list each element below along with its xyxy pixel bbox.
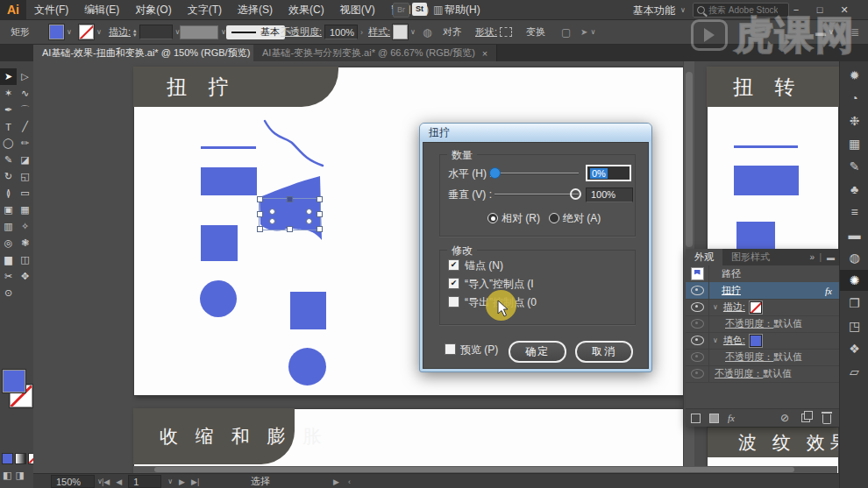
artboard-ripple-header[interactable]: 波 纹 效果: [707, 427, 839, 457]
last-artboard-button[interactable]: ▶|: [191, 477, 199, 486]
collapse-panel-icon[interactable]: »: [809, 252, 815, 262]
draw-normal-icon[interactable]: ◧: [3, 470, 11, 481]
close-button[interactable]: ✕: [836, 0, 853, 19]
blue-circle-2[interactable]: [288, 348, 326, 385]
artboard-tweak-header[interactable]: 扭 拧: [133, 67, 338, 107]
selection-handle[interactable]: [287, 196, 293, 202]
eraser-tool[interactable]: ◪: [17, 152, 33, 168]
opacity-link[interactable]: 不透明度：: [715, 368, 763, 378]
swatches-panel-icon[interactable]: ▦: [840, 133, 868, 154]
anchor-checkbox[interactable]: ✔: [448, 259, 459, 271]
ok-button[interactable]: 确定: [509, 341, 566, 363]
artboard-pucker[interactable]: 收 缩 和 膨 胀: [133, 408, 684, 475]
search-input[interactable]: 搜索 Adobe Stock: [693, 3, 789, 18]
blue-square[interactable]: [201, 225, 238, 261]
selection-handle[interactable]: [317, 196, 323, 202]
blue-square[interactable]: [736, 222, 775, 251]
selection-handle[interactable]: [287, 226, 293, 232]
menu-type[interactable]: 文字(T): [180, 0, 230, 19]
visibility-toggle[interactable]: [686, 282, 709, 299]
tab-graphic-styles[interactable]: 图形样式: [722, 249, 779, 265]
color-button[interactable]: [2, 453, 13, 464]
artboard-twist-header[interactable]: 扭 转: [707, 67, 839, 107]
new-effect-icon[interactable]: fx: [728, 413, 735, 423]
horizontal-slider-handle[interactable]: [489, 167, 501, 179]
expand-icon[interactable]: ∨: [709, 303, 718, 311]
visibility-toggle[interactable]: [686, 332, 709, 349]
slice-tool[interactable]: ✂: [0, 268, 17, 285]
draw-behind-icon[interactable]: ◨: [15, 470, 24, 481]
vertical-slider[interactable]: [494, 194, 579, 195]
mesh-tool[interactable]: ▦: [17, 202, 33, 218]
minimize-button[interactable]: −: [787, 0, 805, 19]
hand-tool[interactable]: ✥: [17, 268, 33, 285]
curvature-tool[interactable]: ⌒: [17, 102, 33, 118]
gradient-button[interactable]: [15, 453, 26, 464]
in-control-checkbox[interactable]: ✔: [448, 278, 459, 289]
menu-effect[interactable]: 效果(C): [281, 0, 332, 19]
preview-checkbox[interactable]: [445, 343, 456, 355]
color-panel-icon[interactable]: ✹: [840, 65, 868, 86]
magic-wand-tool[interactable]: ✶: [0, 85, 17, 102]
maximize-button[interactable]: □: [811, 0, 829, 19]
shape-label[interactable]: 形状:: [475, 25, 497, 39]
direct-selection-tool[interactable]: ▷: [17, 68, 33, 85]
selection-handle[interactable]: [257, 226, 263, 232]
opacity-link[interactable]: 不透明度：: [725, 318, 773, 329]
menu-edit[interactable]: 编辑(E): [76, 0, 127, 19]
artboard-navigation-field[interactable]: 1: [128, 475, 161, 488]
bridge-icon[interactable]: Br: [393, 3, 409, 18]
style-swatch[interactable]: [393, 25, 408, 39]
layout-icon[interactable]: ▥: [433, 4, 443, 16]
stock-icon[interactable]: St: [412, 3, 427, 16]
symbols-panel-icon[interactable]: ♣: [840, 179, 868, 200]
transform-label[interactable]: 变换: [526, 25, 545, 39]
graphic-styles-panel-icon[interactable]: ❐: [840, 293, 868, 314]
chevron-down-icon[interactable]: ∨: [167, 477, 173, 485]
share-icon[interactable]: ⚐: [459, 4, 469, 16]
artboard-pucker-header[interactable]: 收 缩 和 膨 胀: [133, 408, 295, 464]
vertical-scrollbar-thumb[interactable]: [686, 72, 693, 247]
document-setup-icon[interactable]: ◍: [423, 26, 431, 39]
symbol-sprayer-tool[interactable]: ❃: [17, 235, 33, 251]
artboard-tool[interactable]: ◫: [17, 251, 33, 268]
fill-color-indicator[interactable]: [3, 370, 25, 393]
menu-file[interactable]: 文件(F): [26, 0, 76, 19]
document-tab-inactive[interactable]: AI基础-变换与分别变换.ai* @ 66.67% (RGB/预览) ×: [253, 45, 497, 61]
tab-appearance[interactable]: 外观: [686, 249, 722, 265]
horizontal-scrollbar[interactable]: [133, 466, 837, 473]
shape-builder-tool[interactable]: ▣: [0, 202, 17, 218]
eyedropper-tool[interactable]: ✧: [17, 218, 33, 235]
selection-handle[interactable]: [257, 211, 263, 217]
blue-rectangle[interactable]: [734, 166, 799, 195]
blue-square-2[interactable]: [290, 292, 326, 329]
tweak-effect-link[interactable]: 扭拧: [709, 284, 741, 297]
fill-blue-swatch[interactable]: [750, 335, 762, 347]
ellipse-tool[interactable]: ◯: [0, 135, 17, 152]
shaper-tool[interactable]: ✎: [0, 152, 17, 168]
blend-tool[interactable]: ◎: [0, 235, 17, 251]
status-bar-menu-icon[interactable]: ▶: [333, 477, 339, 486]
rotate-tool[interactable]: ↻: [0, 168, 17, 185]
zoom-level-field[interactable]: 150%: [51, 475, 95, 488]
zoom-tool[interactable]: ⊙: [0, 285, 17, 301]
stroke-none-swatch[interactable]: [750, 301, 762, 314]
selection-handle[interactable]: [317, 211, 323, 217]
shape-properties-icon[interactable]: [500, 27, 512, 37]
opacity-link[interactable]: 不透明度：: [725, 351, 773, 362]
width-profile-dropdown[interactable]: [180, 25, 218, 39]
duplicate-item-icon[interactable]: [801, 414, 810, 422]
graph-tool[interactable]: ▆: [0, 251, 17, 268]
blue-line[interactable]: [734, 145, 798, 148]
document-tab-active[interactable]: AI基础-效果-扭曲和变换.ai* @ 150% (RGB/预览) ×: [33, 45, 273, 61]
arrange-icon[interactable]: ▬: [815, 26, 826, 39]
tweaked-curve[interactable]: [260, 116, 326, 170]
appearance-row-path[interactable]: 路径: [686, 265, 839, 283]
opacity-label[interactable]: 不透明度:: [281, 25, 322, 39]
menu-select[interactable]: 选择(S): [230, 0, 281, 19]
stroke-weight-stepper[interactable]: ▴▾: [133, 28, 137, 37]
dialog-title-bar[interactable]: 扭拧: [420, 124, 651, 141]
appearance-row-stroke-opacity[interactable]: 不透明度：默认值: [686, 315, 839, 333]
clear-appearance-icon[interactable]: ⊘: [780, 412, 789, 424]
scroll-left-icon[interactable]: ‹: [348, 477, 351, 486]
